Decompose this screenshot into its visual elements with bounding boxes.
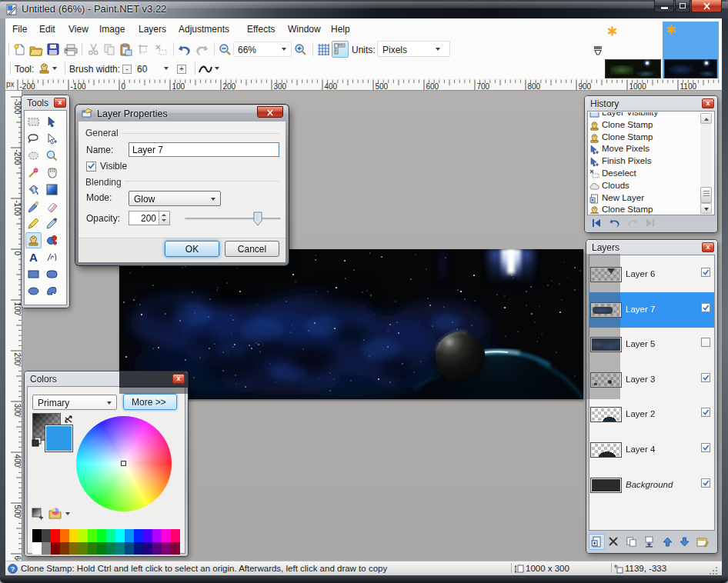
svg-text:200: 200 [13, 353, 22, 366]
svg-text:700: 700 [477, 82, 490, 91]
svg-text:300: 300 [274, 82, 287, 91]
svg-text:?: ? [11, 565, 15, 573]
svg-text:600: 600 [426, 82, 439, 91]
svg-text:900: 900 [579, 82, 592, 91]
svg-text:0: 0 [13, 252, 22, 256]
svg-text:500: 500 [13, 505, 22, 518]
svg-text:A: A [29, 251, 38, 264]
svg-text:200: 200 [223, 82, 236, 91]
svg-text:-200: -200 [20, 82, 35, 91]
svg-text:100: 100 [13, 302, 22, 315]
svg-text:1100: 1100 [680, 82, 697, 91]
svg-text:0: 0 [122, 82, 126, 91]
svg-text:500: 500 [376, 82, 389, 91]
svg-text:400: 400 [13, 455, 22, 468]
svg-text:800: 800 [528, 82, 541, 91]
svg-text:400: 400 [325, 82, 338, 91]
svg-text:100: 100 [172, 82, 185, 91]
svg-text:-100: -100 [71, 82, 86, 91]
svg-text:300: 300 [13, 404, 22, 417]
svg-text:1000: 1000 [629, 82, 647, 91]
